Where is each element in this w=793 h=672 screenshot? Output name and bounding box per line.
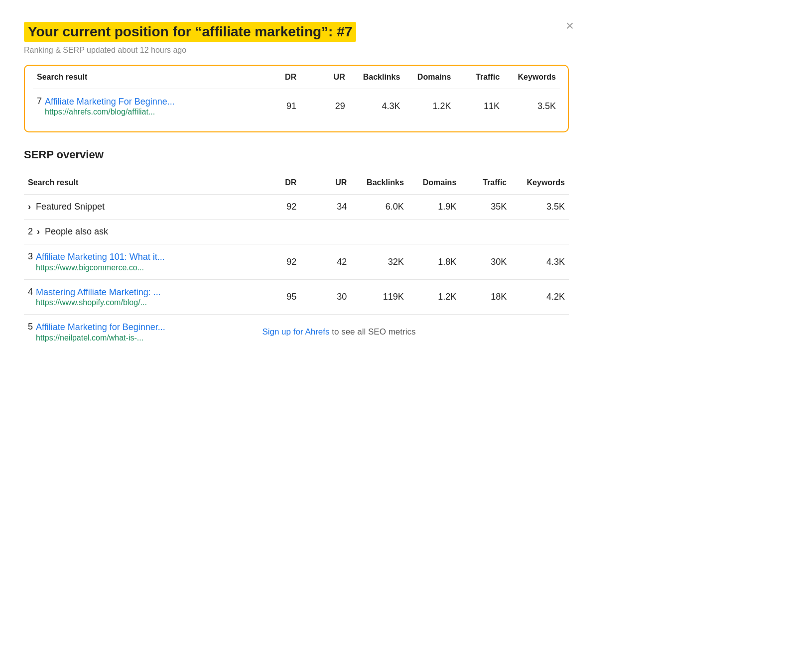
col-domains-header: Domains	[404, 66, 455, 89]
result-title[interactable]: Affiliate Marketing 101: What it...	[36, 251, 165, 263]
row-backlinks: 119K	[351, 279, 408, 314]
row-keywords: 3.5K	[511, 195, 569, 220]
current-position-number: 7	[37, 96, 42, 107]
row-domains	[408, 220, 460, 244]
current-keywords: 3.5K	[504, 89, 560, 124]
serp-col-ur: UR	[300, 171, 351, 195]
row-backlinks: 6.0K	[351, 195, 408, 220]
result-cell: 5 Affiliate Marketing for Beginner... ht…	[24, 315, 250, 349]
row-keywords: 4.2K	[511, 279, 569, 314]
table-row: 4 Mastering Affiliate Marketing: ... htt…	[24, 279, 569, 314]
result-title[interactable]: Affiliate Marketing for Beginner...	[36, 322, 165, 333]
row-dr: 92	[250, 244, 300, 279]
current-result-url[interactable]: https://ahrefs.com/blog/affiliat...	[45, 108, 175, 116]
current-domains: 1.2K	[404, 89, 455, 124]
chevron-icon[interactable]: ›	[37, 226, 40, 237]
result-cell: › Featured Snippet	[24, 195, 250, 220]
result-url[interactable]: https://www.shopify.com/blog/...	[36, 298, 161, 307]
serp-overview-title: SERP overview	[24, 148, 569, 161]
serp-overview-table: Search result DR UR Backlinks Domains Tr…	[24, 171, 569, 349]
result-title[interactable]: Mastering Affiliate Marketing: ...	[36, 287, 161, 298]
row-ur	[300, 220, 351, 244]
row-label-text: Featured Snippet	[36, 202, 105, 212]
current-result-cell: 7 Affiliate Marketing For Beginne... htt…	[33, 89, 252, 124]
col-dr-header: DR	[252, 66, 300, 89]
col-search-result-header: Search result	[33, 66, 252, 89]
row-domains: 1.2K	[408, 279, 460, 314]
current-table-header-row: Search result DR UR Backlinks Domains Tr…	[33, 66, 560, 89]
row-keywords	[511, 220, 569, 244]
row-position: 2	[28, 226, 33, 237]
table-row: 3 Affiliate Marketing 101: What it... ht…	[24, 244, 569, 279]
row-traffic: 30K	[460, 244, 511, 279]
row-dr	[250, 220, 300, 244]
current-result-title[interactable]: Affiliate Marketing For Beginne...	[45, 96, 175, 108]
serp-header-row: Search result DR UR Backlinks Domains Tr…	[24, 171, 569, 195]
row-traffic: 18K	[460, 279, 511, 314]
row-position: 3	[28, 251, 33, 262]
table-row: › Featured Snippet 92 34 6.0K 1.9K 35K 3…	[24, 195, 569, 220]
row-position: 5	[28, 322, 33, 332]
serp-col-domains: Domains	[408, 171, 460, 195]
result-url[interactable]: https://neilpatel.com/what-is-...	[36, 334, 165, 342]
row-traffic: 35K	[460, 195, 511, 220]
page-title: Your current position for “affiliate mar…	[24, 22, 356, 42]
row-backlinks: 32K	[351, 244, 408, 279]
result-cell: 2 › People also ask	[24, 220, 250, 244]
close-button[interactable]: ×	[566, 19, 574, 33]
current-traffic: 11K	[455, 89, 504, 124]
serp-col-search-result: Search result	[24, 171, 250, 195]
signup-suffix: to see all SEO metrics	[330, 327, 416, 336]
col-ur-header: UR	[300, 66, 349, 89]
row-dr: 95	[250, 279, 300, 314]
row-traffic	[460, 220, 511, 244]
row-position: 4	[28, 287, 33, 297]
row-ur: 34	[300, 195, 351, 220]
signup-cell: Sign up for Ahrefs to see all SEO metric…	[250, 315, 569, 349]
row-ur: 42	[300, 244, 351, 279]
result-cell: 3 Affiliate Marketing 101: What it... ht…	[24, 244, 250, 279]
row-label-text: People also ask	[45, 226, 108, 237]
serp-col-dr: DR	[250, 171, 300, 195]
result-cell: 4 Mastering Affiliate Marketing: ... htt…	[24, 279, 250, 314]
row-domains: 1.8K	[408, 244, 460, 279]
current-dr: 91	[252, 89, 300, 124]
serp-col-keywords: Keywords	[511, 171, 569, 195]
row-dr: 92	[250, 195, 300, 220]
signup-link[interactable]: Sign up for Ahrefs	[262, 327, 329, 336]
current-backlinks: 4.3K	[349, 89, 404, 124]
main-panel: × Your current position for “affiliate m…	[10, 10, 583, 361]
serp-col-backlinks: Backlinks	[351, 171, 408, 195]
current-position-row: 7 Affiliate Marketing For Beginne... htt…	[33, 89, 560, 124]
table-row: 5 Affiliate Marketing for Beginner... ht…	[24, 315, 569, 349]
result-url[interactable]: https://www.bigcommerce.co...	[36, 263, 165, 272]
col-keywords-header: Keywords	[504, 66, 560, 89]
current-position-box: Search result DR UR Backlinks Domains Tr…	[24, 65, 569, 132]
serp-col-traffic: Traffic	[460, 171, 511, 195]
row-keywords: 4.3K	[511, 244, 569, 279]
row-ur: 30	[300, 279, 351, 314]
row-backlinks	[351, 220, 408, 244]
chevron-icon[interactable]: ›	[28, 202, 31, 212]
col-traffic-header: Traffic	[455, 66, 504, 89]
current-ur: 29	[300, 89, 349, 124]
table-row: 2 › People also ask	[24, 220, 569, 244]
current-position-table: Search result DR UR Backlinks Domains Tr…	[33, 66, 560, 123]
subtitle: Ranking & SERP updated about 12 hours ag…	[24, 46, 569, 55]
col-backlinks-header: Backlinks	[349, 66, 404, 89]
row-domains: 1.9K	[408, 195, 460, 220]
